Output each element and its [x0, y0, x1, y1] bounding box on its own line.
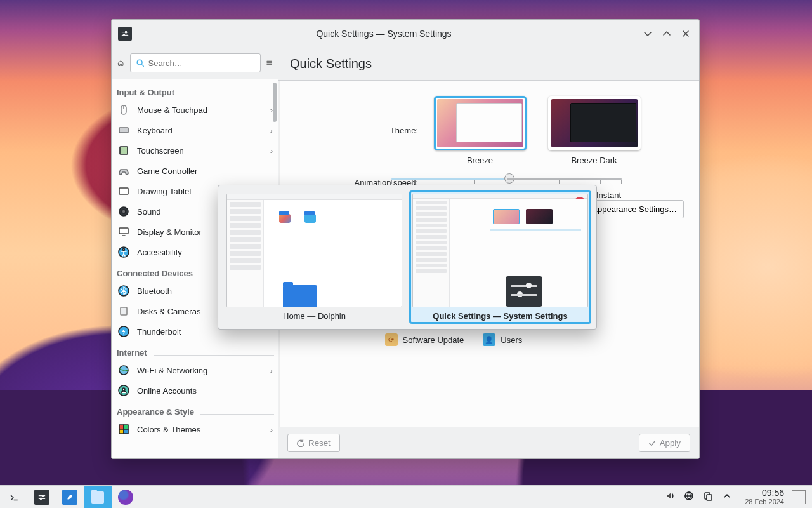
category-header: Appearance & Style	[114, 401, 197, 419]
thunderbolt-icon	[118, 326, 129, 337]
minimize-button[interactable]	[641, 27, 655, 41]
search-input[interactable]	[148, 58, 255, 68]
svg-point-37	[40, 498, 41, 499]
svg-rect-28	[119, 425, 124, 429]
gamepad-icon	[118, 165, 129, 177]
task-switcher[interactable]: Home — Dolphin ✕ Quick Settings — System…	[218, 185, 597, 330]
sidebar-item-keyboard[interactable]: Keyboard›	[114, 120, 278, 140]
task-dolphin[interactable]	[84, 486, 112, 509]
hamburger-menu-button[interactable]	[266, 55, 273, 71]
page-title: Quick Settings	[278, 48, 699, 80]
panel-clock[interactable]: 09:56 28 Feb 2024	[740, 488, 789, 505]
show-desktop-button[interactable]	[792, 490, 806, 504]
svg-rect-23	[121, 307, 127, 315]
bluetooth-icon	[118, 285, 129, 297]
svg-point-3	[123, 34, 124, 36]
maximize-button[interactable]	[660, 27, 674, 41]
switcher-item-dolphin[interactable]: Home — Dolphin	[223, 190, 405, 324]
clipboard-icon[interactable]	[703, 491, 713, 503]
tablet-icon	[118, 185, 129, 197]
monitor-icon	[118, 226, 129, 237]
svg-line-7	[141, 65, 143, 67]
users-icon: 👤	[483, 333, 495, 346]
close-button[interactable]	[679, 27, 693, 41]
svg-rect-31	[124, 429, 128, 434]
system-tray[interactable]	[657, 491, 740, 503]
sidebar-item-touchscreen[interactable]: Touchscreen›	[114, 140, 278, 161]
sound-icon	[118, 206, 129, 217]
sidebar-item-mouse-touchpad[interactable]: Mouse & Touchpad›	[114, 100, 278, 120]
sidebar-item-wifi-networking[interactable]: Wi-Fi & Networking›	[114, 360, 278, 380]
svg-rect-29	[124, 425, 128, 429]
sidebar-item-colors-themes[interactable]: Colors & Themes›	[114, 419, 278, 439]
volume-icon[interactable]	[665, 491, 675, 503]
globe-icon	[118, 364, 129, 376]
svg-point-17	[122, 210, 126, 213]
svg-rect-14	[120, 147, 128, 154]
svg-rect-30	[119, 429, 124, 434]
switcher-item-label: Quick Settings — System Settings	[433, 311, 567, 321]
panel[interactable]: 09:56 28 Feb 2024	[0, 485, 812, 508]
task-firefox[interactable]	[112, 486, 140, 509]
svg-point-6	[137, 60, 142, 65]
tray-expand-icon[interactable]	[722, 491, 732, 503]
slider-label-instant: Instant	[596, 190, 621, 200]
chevron-right-icon: ›	[270, 105, 273, 115]
app-launcher-button[interactable]	[0, 486, 28, 509]
svg-rect-18	[119, 228, 128, 234]
theme-option-breeze[interactable]: Breeze	[434, 96, 527, 165]
svg-point-27	[122, 388, 125, 391]
svg-rect-15	[119, 188, 128, 194]
touchscreen-icon	[118, 145, 129, 156]
colors-icon	[118, 424, 129, 435]
most-used-users[interactable]: 👤Users	[483, 333, 522, 346]
svg-rect-13	[119, 128, 128, 133]
accessibility-icon	[118, 246, 129, 258]
reset-button[interactable]: Reset	[287, 434, 340, 452]
switcher-thumbnail	[226, 194, 402, 307]
apply-button[interactable]: Apply	[639, 434, 690, 452]
keyboard-icon	[118, 124, 129, 136]
svg-point-35	[42, 495, 43, 496]
switcher-item-label: Home — Dolphin	[283, 311, 346, 321]
footer: Reset Apply	[278, 427, 699, 458]
svg-rect-40	[707, 495, 712, 500]
sidebar-item-game-controller[interactable]: Game Controller	[114, 161, 278, 181]
most-used-software-update[interactable]: ⟳Software Update	[385, 333, 464, 346]
app-icon	[118, 27, 132, 41]
svg-point-1	[125, 31, 126, 32]
update-icon: ⟳	[385, 333, 398, 346]
category-header: Internet	[114, 342, 150, 360]
search-icon	[136, 58, 145, 67]
titlebar[interactable]: Quick Settings — System Settings	[112, 20, 699, 48]
mouse-icon	[118, 104, 129, 116]
switcher-item-system-settings[interactable]: ✕ Quick Settings — System Settings	[409, 190, 591, 324]
sidebar-item-online-accounts[interactable]: Online Accounts	[114, 380, 278, 401]
task-discover[interactable]	[56, 486, 84, 509]
home-button[interactable]	[117, 55, 125, 71]
svg-point-21	[123, 249, 125, 251]
cloud-account-icon	[118, 385, 129, 396]
theme-thumbnail	[434, 96, 527, 150]
theme-option-breeze-dark[interactable]: Breeze Dark	[548, 96, 641, 165]
task-system-settings[interactable]	[28, 486, 56, 509]
search-field[interactable]	[130, 53, 261, 72]
category-header: Connected Devices	[114, 262, 195, 281]
switcher-thumbnail: ✕	[412, 194, 588, 307]
category-header: Input & Output	[114, 81, 177, 100]
window-title: Quick Settings — System Settings	[132, 29, 636, 39]
theme-thumbnail	[548, 96, 641, 150]
network-icon[interactable]	[684, 491, 694, 503]
disk-icon	[118, 305, 129, 317]
